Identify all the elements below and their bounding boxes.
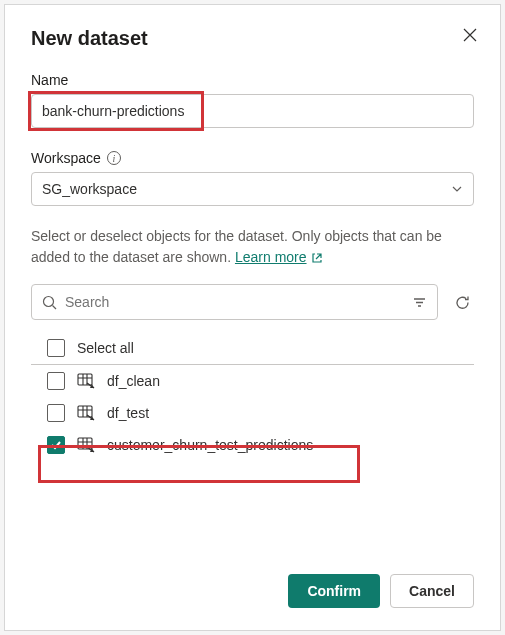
table-icon bbox=[77, 436, 95, 454]
dialog-footer: Confirm Cancel bbox=[31, 556, 474, 608]
learn-more-link[interactable]: Learn more bbox=[235, 247, 323, 268]
item-checkbox[interactable] bbox=[47, 372, 65, 390]
object-list: Select all df_clean df_test customer_chu… bbox=[31, 332, 474, 461]
close-icon bbox=[463, 28, 477, 42]
svg-rect-3 bbox=[78, 438, 92, 449]
item-checkbox[interactable] bbox=[47, 436, 65, 454]
info-icon[interactable]: i bbox=[107, 151, 121, 165]
item-label: customer_churn_test_predictions bbox=[107, 437, 313, 453]
dialog-title: New dataset bbox=[31, 27, 474, 50]
svg-rect-2 bbox=[78, 406, 92, 417]
cancel-button[interactable]: Cancel bbox=[390, 574, 474, 608]
list-item[interactable]: df_clean bbox=[31, 365, 474, 397]
filter-icon[interactable] bbox=[412, 295, 427, 310]
table-icon bbox=[77, 372, 95, 390]
workspace-label: Workspace i bbox=[31, 150, 474, 166]
chevron-down-icon bbox=[451, 183, 463, 195]
select-all-checkbox[interactable] bbox=[47, 339, 65, 357]
helper-text: Select or deselect objects for the datas… bbox=[31, 226, 474, 268]
select-all-row[interactable]: Select all bbox=[31, 332, 474, 364]
workspace-select[interactable]: SG_workspace bbox=[31, 172, 474, 206]
check-icon bbox=[50, 439, 62, 451]
item-checkbox[interactable] bbox=[47, 404, 65, 422]
workspace-value: SG_workspace bbox=[42, 181, 137, 197]
search-input[interactable] bbox=[65, 294, 404, 310]
external-link-icon bbox=[311, 252, 323, 264]
svg-rect-1 bbox=[78, 374, 92, 385]
workspace-label-text: Workspace bbox=[31, 150, 101, 166]
search-box[interactable] bbox=[31, 284, 438, 320]
close-button[interactable] bbox=[460, 25, 480, 45]
refresh-button[interactable] bbox=[450, 290, 474, 314]
name-input[interactable] bbox=[31, 94, 474, 128]
item-label: df_test bbox=[107, 405, 149, 421]
new-dataset-dialog: New dataset Name Workspace i SG_workspac… bbox=[4, 4, 501, 631]
select-all-label: Select all bbox=[77, 340, 134, 356]
confirm-button[interactable]: Confirm bbox=[288, 574, 380, 608]
learn-more-text: Learn more bbox=[235, 247, 307, 268]
list-item[interactable]: df_test bbox=[31, 397, 474, 429]
name-label: Name bbox=[31, 72, 474, 88]
list-item[interactable]: customer_churn_test_predictions bbox=[31, 429, 474, 461]
table-icon bbox=[77, 404, 95, 422]
search-icon bbox=[42, 295, 57, 310]
refresh-icon bbox=[454, 294, 471, 311]
svg-point-0 bbox=[44, 296, 54, 306]
item-label: df_clean bbox=[107, 373, 160, 389]
